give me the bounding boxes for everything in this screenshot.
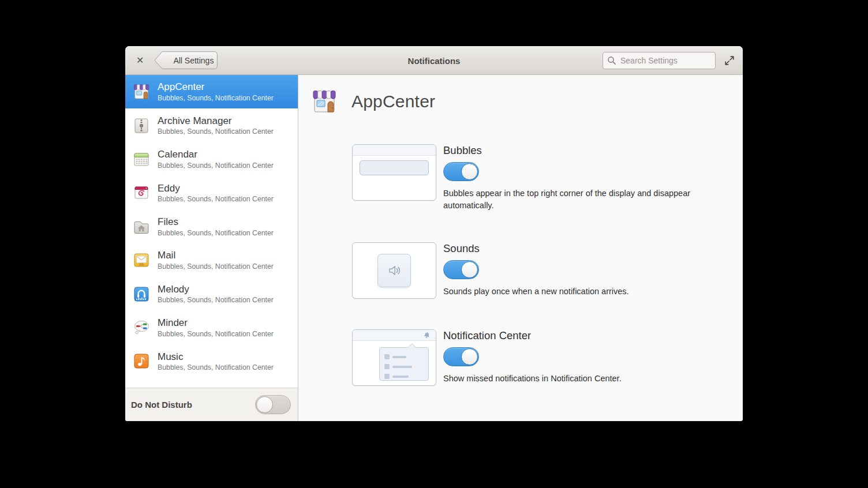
notification-row [384, 354, 424, 359]
settings-sections: Bubbles Bubbles appear in the top right … [352, 144, 743, 386]
app-subtitle: Bubbles, Sounds, Notification Center [158, 229, 274, 237]
toggle-knob [461, 348, 478, 365]
sidebar-item-eddy[interactable]: Eddy Bubbles, Sounds, Notification Cente… [125, 176, 298, 209]
expand-window-icon[interactable] [724, 55, 735, 66]
appcenter-store-icon [132, 82, 151, 101]
app-title: Minder [158, 317, 274, 329]
mail-icon [132, 251, 151, 269]
minder-mindmap-icon [132, 318, 151, 337]
bubbles-title: Bubbles [443, 144, 726, 157]
bubbles-description: Bubbles appear in the top right corner o… [443, 187, 720, 212]
music-note-icon [132, 352, 151, 370]
app-title: Music [158, 351, 274, 363]
settings-window: ✕ All Settings Notifications [125, 46, 743, 421]
sidebar-item-archive-manager[interactable]: Archive Manager Bubbles, Sounds, Notific… [125, 108, 298, 142]
all-settings-back-button[interactable]: All Settings [154, 51, 218, 69]
app-title: Files [158, 216, 274, 228]
sidebar-item-music[interactable]: Music Bubbles, Sounds, Notification Cent… [125, 344, 298, 378]
archive-zip-icon [132, 117, 151, 135]
app-subtitle: Bubbles, Sounds, Notification Center [158, 127, 274, 136]
app-title: Calendar [158, 149, 274, 160]
window-content: AppCenter Bubbles, Sounds, Notification … [125, 75, 743, 421]
desktop-background: { "header": { "close_icon": "✕", "back_l… [0, 0, 868, 488]
app-subtitle: Bubbles, Sounds, Notification Center [158, 94, 274, 102]
section-sounds: Sounds Sounds play once when a new notif… [352, 242, 743, 299]
app-subtitle: Bubbles, Sounds, Notification Center [158, 330, 274, 338]
melody-headphones-icon [132, 285, 151, 303]
app-header: AppCenter [310, 88, 743, 115]
sidebar-item-minder[interactable]: Minder Bubbles, Sounds, Notification Cen… [125, 311, 298, 344]
sidebar-item-appcenter[interactable]: AppCenter Bubbles, Sounds, Notification … [125, 75, 298, 108]
sidebar-item-files[interactable]: Files Bubbles, Sounds, Notification Cent… [125, 210, 298, 243]
section-notification-center: Notification Center Show missed notifica… [352, 329, 743, 386]
header-right-group [603, 52, 735, 69]
notification-row [384, 374, 424, 379]
app-title: Mail [158, 250, 274, 261]
files-folder-icon [132, 217, 151, 236]
notification-center-toggle[interactable] [443, 347, 479, 366]
search-input[interactable] [603, 52, 716, 69]
notification-center-illustration [352, 329, 436, 386]
main-pane: AppCenter Bubbles Bubbles appear in the … [298, 75, 743, 421]
app-page-title: AppCenter [351, 92, 435, 111]
do-not-disturb-toggle[interactable] [255, 395, 291, 414]
app-sidebar: AppCenter Bubbles, Sounds, Notification … [125, 75, 298, 421]
search-field-wrap [603, 52, 716, 69]
close-icon[interactable]: ✕ [136, 56, 144, 65]
notification-center-title: Notification Center [443, 329, 726, 342]
app-list: AppCenter Bubbles, Sounds, Notification … [125, 75, 298, 388]
sidebar-item-calendar[interactable]: Calendar Bubbles, Sounds, Notification C… [125, 142, 298, 176]
notification-bubble-shape [360, 160, 429, 175]
app-title: AppCenter [158, 81, 274, 93]
notification-list-panel [379, 347, 429, 381]
calendar-icon [132, 150, 151, 168]
eddy-icon [132, 183, 151, 202]
search-icon [607, 56, 616, 65]
app-subtitle: Bubbles, Sounds, Notification Center [158, 296, 274, 304]
page-title: Notifications [408, 55, 461, 65]
toggle-knob [256, 396, 273, 413]
sounds-title: Sounds [443, 242, 726, 255]
header-bar: ✕ All Settings Notifications [125, 46, 743, 75]
do-not-disturb-bar: Do Not Disturb [125, 388, 298, 421]
illustration-titlebar [353, 330, 436, 341]
app-subtitle: Bubbles, Sounds, Notification Center [158, 162, 274, 170]
app-title: Eddy [158, 183, 274, 194]
app-subtitle: Bubbles, Sounds, Notification Center [158, 363, 274, 371]
app-subtitle: Bubbles, Sounds, Notification Center [158, 262, 274, 271]
notification-row [384, 364, 424, 369]
appcenter-store-icon-large [310, 88, 338, 115]
section-bubbles: Bubbles Bubbles appear in the top right … [352, 144, 743, 212]
speaker-icon [386, 262, 403, 279]
sounds-description: Sounds play once when a new notification… [443, 286, 720, 298]
sounds-illustration [352, 242, 436, 299]
bubbles-illustration [352, 144, 436, 201]
do-not-disturb-label: Do Not Disturb [131, 400, 192, 410]
notification-center-description: Show missed notifications in Notificatio… [443, 373, 720, 385]
app-title: Archive Manager [158, 115, 274, 127]
app-title: Melody [158, 284, 274, 295]
bell-icon [423, 332, 431, 339]
sidebar-item-melody[interactable]: Melody Bubbles, Sounds, Notification Cen… [125, 277, 298, 310]
toggle-knob [461, 261, 478, 278]
back-button-label: All Settings [169, 51, 218, 69]
bubbles-toggle[interactable] [443, 162, 479, 181]
sound-button-shape [377, 254, 411, 287]
sidebar-item-mail[interactable]: Mail Bubbles, Sounds, Notification Cente… [125, 243, 298, 277]
sounds-toggle[interactable] [443, 260, 479, 279]
illustration-titlebar [353, 145, 436, 156]
toggle-knob [461, 163, 478, 180]
app-subtitle: Bubbles, Sounds, Notification Center [158, 195, 274, 203]
